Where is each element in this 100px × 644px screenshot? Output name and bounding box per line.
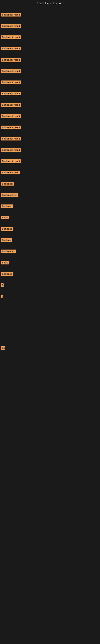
bottleneck-badge[interactable]: Bottlenec bbox=[1, 227, 13, 231]
list-item: Bottlenec bbox=[0, 266, 100, 277]
list-item bbox=[0, 361, 100, 371]
list-item bbox=[0, 320, 100, 330]
bottleneck-badge[interactable]: Bottleneck result bbox=[1, 24, 21, 28]
bottleneck-badge[interactable]: Bottlenec bbox=[1, 272, 13, 276]
list-item: Bottlenec bbox=[0, 198, 100, 209]
bottleneck-badge[interactable]: Bottleneck result bbox=[1, 103, 21, 107]
list-item bbox=[0, 351, 100, 361]
bottleneck-badge[interactable]: Bottleneck resul bbox=[1, 171, 20, 174]
list-item: Bottle bbox=[0, 254, 100, 266]
list-item: B bbox=[0, 277, 100, 288]
bottleneck-badge[interactable]: Bottleneck result bbox=[1, 36, 21, 39]
bottleneck-badge[interactable]: Bottleneck result bbox=[1, 58, 21, 62]
list-item: Bottleneck result bbox=[0, 153, 100, 164]
bottleneck-badge[interactable]: Bottleneck result bbox=[1, 160, 21, 163]
bottleneck-badge[interactable]: Bottlenec bbox=[1, 204, 13, 208]
list-item: Bottleneck result bbox=[0, 40, 100, 52]
list-item: Bottleneck result bbox=[0, 63, 100, 74]
list-item: Bottleneck res bbox=[0, 187, 100, 198]
bottleneck-badge[interactable]: Bottleneck result bbox=[1, 126, 21, 129]
bottleneck-badge[interactable]: Bottleneck res bbox=[1, 193, 18, 197]
site-header: TheBottlenecker.com bbox=[0, 0, 100, 6]
bottleneck-badge[interactable]: B bbox=[1, 283, 3, 287]
list-item bbox=[0, 310, 100, 320]
bottleneck-badge[interactable]: Bottleneck result bbox=[1, 114, 21, 118]
list-item: Bottleneck resul bbox=[0, 164, 100, 176]
bottleneck-badge[interactable]: Bottleneck result bbox=[1, 47, 21, 50]
bottleneck-badge[interactable]: Bottleneck result bbox=[1, 92, 21, 96]
list-item: Bottleneck bbox=[0, 176, 100, 187]
items-list: Bottleneck resultBottleneck resultBottle… bbox=[0, 6, 100, 391]
list-item bbox=[0, 381, 100, 391]
bottleneck-badge[interactable]: Bottleneck result bbox=[1, 13, 21, 16]
list-item: Bottleneck r bbox=[0, 243, 100, 254]
list-item bbox=[0, 300, 100, 310]
list-item: Bottlene bbox=[0, 232, 100, 243]
bottleneck-badge[interactable]: Bottleneck bbox=[1, 182, 14, 186]
list-item: Bottleneck result bbox=[0, 85, 100, 96]
bottleneck-badge[interactable]: Bottlene bbox=[1, 238, 12, 242]
list-item: Bottleneck result bbox=[0, 96, 100, 108]
bottleneck-badge[interactable]: Bottleneck result bbox=[1, 148, 21, 152]
list-item: Bottleneck result bbox=[0, 142, 100, 153]
list-item: Bottleneck result bbox=[0, 18, 100, 29]
bottleneck-badge[interactable]: Bottleneck result bbox=[1, 80, 21, 84]
list-item: Bo bbox=[0, 330, 100, 351]
list-item: | bbox=[0, 288, 100, 300]
list-item: Bottleneck result bbox=[0, 74, 100, 85]
list-item: Bottleneck result bbox=[0, 108, 100, 119]
list-item: Bottleneck result bbox=[0, 6, 100, 18]
bottleneck-badge[interactable]: Bottleneck result bbox=[1, 137, 21, 140]
bottleneck-badge[interactable]: Bottleneck r bbox=[1, 250, 16, 253]
bottleneck-badge[interactable]: Bo bbox=[1, 346, 5, 350]
bottleneck-badge[interactable]: | bbox=[1, 295, 3, 298]
list-item bbox=[0, 371, 100, 381]
list-item: Bottleneck result bbox=[0, 130, 100, 142]
list-item: Bottle bbox=[0, 209, 100, 220]
list-item: Bottleneck result bbox=[0, 29, 100, 40]
bottleneck-badge[interactable]: Bottle bbox=[1, 261, 9, 264]
bottleneck-badge[interactable]: Bottle bbox=[1, 216, 9, 219]
site-title: TheBottlenecker.com bbox=[0, 0, 100, 6]
bottleneck-badge[interactable]: Bottleneck result bbox=[1, 69, 21, 73]
list-item: Bottleneck result bbox=[0, 52, 100, 63]
list-item: Bottleneck result bbox=[0, 119, 100, 130]
list-item: Bottlenec bbox=[0, 220, 100, 232]
